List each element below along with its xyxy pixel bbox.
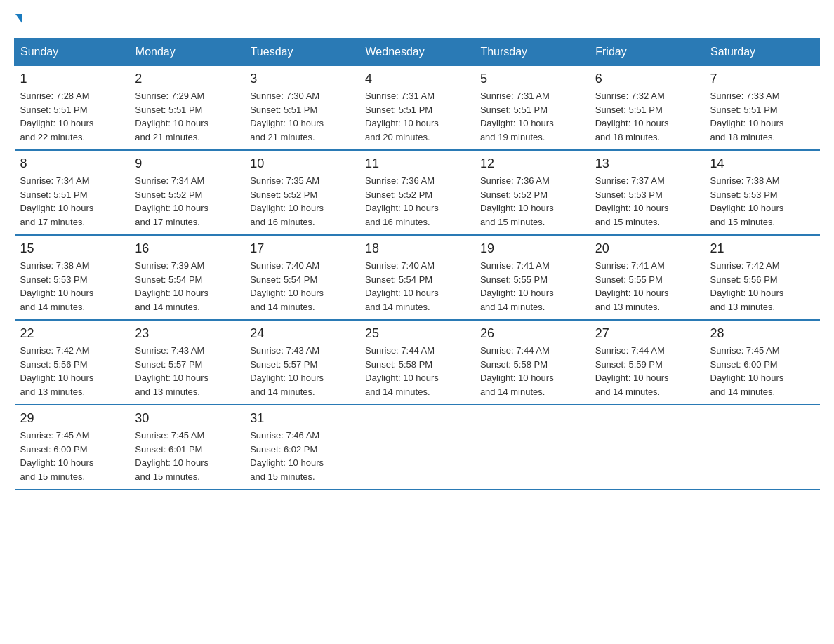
day-info: Sunrise: 7:43 AMSunset: 5:57 PMDaylight:…: [135, 345, 208, 397]
day-cell: 31 Sunrise: 7:46 AMSunset: 6:02 PMDaylig…: [244, 405, 359, 490]
day-info: Sunrise: 7:44 AMSunset: 5:59 PMDaylight:…: [595, 345, 669, 397]
day-number: 20: [595, 241, 699, 256]
day-info: Sunrise: 7:39 AMSunset: 5:54 PMDaylight:…: [135, 260, 208, 312]
day-info: Sunrise: 7:31 AMSunset: 5:51 PMDaylight:…: [365, 90, 439, 142]
column-header-wednesday: Wednesday: [359, 39, 475, 66]
day-number: 28: [710, 326, 814, 341]
day-info: Sunrise: 7:45 AMSunset: 6:00 PMDaylight:…: [20, 430, 94, 482]
day-info: Sunrise: 7:36 AMSunset: 5:52 PMDaylight:…: [365, 175, 439, 227]
day-number: 31: [250, 411, 354, 426]
day-number: 23: [135, 326, 239, 341]
day-cell: 6 Sunrise: 7:32 AMSunset: 5:51 PMDayligh…: [590, 66, 705, 151]
week-row-5: 29 Sunrise: 7:45 AMSunset: 6:00 PMDaylig…: [15, 405, 820, 490]
day-cell: 19 Sunrise: 7:41 AMSunset: 5:55 PMDaylig…: [475, 235, 590, 320]
week-row-1: 1 Sunrise: 7:28 AMSunset: 5:51 PMDayligh…: [15, 66, 820, 151]
day-cell: 4 Sunrise: 7:31 AMSunset: 5:51 PMDayligh…: [359, 66, 475, 151]
day-number: 7: [710, 72, 814, 86]
column-header-monday: Monday: [129, 39, 244, 66]
day-number: 19: [480, 241, 584, 256]
day-info: Sunrise: 7:41 AMSunset: 5:55 PMDaylight:…: [480, 260, 554, 312]
day-cell: 30 Sunrise: 7:45 AMSunset: 6:01 PMDaylig…: [129, 405, 244, 490]
day-number: 2: [135, 72, 239, 86]
day-number: 17: [250, 241, 354, 256]
day-cell: [705, 405, 820, 490]
day-cell: 2 Sunrise: 7:29 AMSunset: 5:51 PMDayligh…: [129, 66, 244, 151]
day-cell: 15 Sunrise: 7:38 AMSunset: 5:53 PMDaylig…: [15, 235, 130, 320]
day-number: 6: [595, 72, 699, 86]
day-number: 26: [480, 326, 584, 341]
day-cell: 12 Sunrise: 7:36 AMSunset: 5:52 PMDaylig…: [475, 150, 590, 235]
day-number: 13: [595, 156, 699, 171]
day-info: Sunrise: 7:30 AMSunset: 5:51 PMDaylight:…: [250, 90, 324, 142]
day-cell: [475, 405, 590, 490]
day-number: 14: [710, 156, 814, 171]
day-cell: 8 Sunrise: 7:34 AMSunset: 5:51 PMDayligh…: [15, 150, 130, 235]
day-cell: 16 Sunrise: 7:39 AMSunset: 5:54 PMDaylig…: [129, 235, 244, 320]
day-number: 10: [250, 156, 354, 171]
day-number: 5: [480, 72, 584, 86]
day-info: Sunrise: 7:38 AMSunset: 5:53 PMDaylight:…: [20, 260, 94, 312]
day-info: Sunrise: 7:40 AMSunset: 5:54 PMDaylight:…: [365, 260, 439, 312]
day-info: Sunrise: 7:28 AMSunset: 5:51 PMDaylight:…: [20, 90, 94, 142]
day-cell: 14 Sunrise: 7:38 AMSunset: 5:53 PMDaylig…: [705, 150, 820, 235]
day-cell: [359, 405, 475, 490]
day-info: Sunrise: 7:42 AMSunset: 5:56 PMDaylight:…: [710, 260, 784, 312]
day-number: 11: [365, 156, 469, 171]
day-number: 18: [365, 241, 469, 256]
day-info: Sunrise: 7:42 AMSunset: 5:56 PMDaylight:…: [20, 345, 94, 397]
day-info: Sunrise: 7:36 AMSunset: 5:52 PMDaylight:…: [480, 175, 554, 227]
day-number: 22: [20, 326, 124, 341]
day-info: Sunrise: 7:34 AMSunset: 5:51 PMDaylight:…: [20, 175, 94, 227]
day-cell: 13 Sunrise: 7:37 AMSunset: 5:53 PMDaylig…: [590, 150, 705, 235]
day-cell: 10 Sunrise: 7:35 AMSunset: 5:52 PMDaylig…: [244, 150, 359, 235]
day-number: 21: [710, 241, 814, 256]
day-info: Sunrise: 7:40 AMSunset: 5:54 PMDaylight:…: [250, 260, 324, 312]
week-row-4: 22 Sunrise: 7:42 AMSunset: 5:56 PMDaylig…: [15, 320, 820, 405]
day-cell: 17 Sunrise: 7:40 AMSunset: 5:54 PMDaylig…: [244, 235, 359, 320]
day-number: 15: [20, 241, 124, 256]
day-info: Sunrise: 7:34 AMSunset: 5:52 PMDaylight:…: [135, 175, 208, 227]
day-cell: 9 Sunrise: 7:34 AMSunset: 5:52 PMDayligh…: [129, 150, 244, 235]
day-cell: 26 Sunrise: 7:44 AMSunset: 5:58 PMDaylig…: [475, 320, 590, 405]
day-number: 27: [595, 326, 699, 341]
day-number: 12: [480, 156, 584, 171]
day-info: Sunrise: 7:38 AMSunset: 5:53 PMDaylight:…: [710, 175, 784, 227]
page-header: [14, 14, 820, 24]
logo: [14, 14, 22, 24]
day-number: 3: [250, 72, 354, 86]
week-row-2: 8 Sunrise: 7:34 AMSunset: 5:51 PMDayligh…: [15, 150, 820, 235]
day-info: Sunrise: 7:45 AMSunset: 6:00 PMDaylight:…: [710, 345, 784, 397]
day-cell: 23 Sunrise: 7:43 AMSunset: 5:57 PMDaylig…: [129, 320, 244, 405]
day-number: 16: [135, 241, 239, 256]
day-info: Sunrise: 7:44 AMSunset: 5:58 PMDaylight:…: [365, 345, 439, 397]
day-info: Sunrise: 7:35 AMSunset: 5:52 PMDaylight:…: [250, 175, 324, 227]
column-header-saturday: Saturday: [705, 39, 820, 66]
day-cell: 20 Sunrise: 7:41 AMSunset: 5:55 PMDaylig…: [590, 235, 705, 320]
column-header-sunday: Sunday: [15, 39, 130, 66]
day-cell: 28 Sunrise: 7:45 AMSunset: 6:00 PMDaylig…: [705, 320, 820, 405]
day-cell: 1 Sunrise: 7:28 AMSunset: 5:51 PMDayligh…: [15, 66, 130, 151]
day-cell: 3 Sunrise: 7:30 AMSunset: 5:51 PMDayligh…: [244, 66, 359, 151]
day-cell: 29 Sunrise: 7:45 AMSunset: 6:00 PMDaylig…: [15, 405, 130, 490]
day-info: Sunrise: 7:45 AMSunset: 6:01 PMDaylight:…: [135, 430, 208, 482]
day-info: Sunrise: 7:32 AMSunset: 5:51 PMDaylight:…: [595, 90, 669, 142]
day-number: 9: [135, 156, 239, 171]
column-header-friday: Friday: [590, 39, 705, 66]
day-cell: 25 Sunrise: 7:44 AMSunset: 5:58 PMDaylig…: [359, 320, 475, 405]
day-cell: 24 Sunrise: 7:43 AMSunset: 5:57 PMDaylig…: [244, 320, 359, 405]
day-number: 29: [20, 411, 124, 426]
day-info: Sunrise: 7:29 AMSunset: 5:51 PMDaylight:…: [135, 90, 208, 142]
day-info: Sunrise: 7:41 AMSunset: 5:55 PMDaylight:…: [595, 260, 669, 312]
day-cell: [590, 405, 705, 490]
day-number: 25: [365, 326, 469, 341]
header-row: SundayMondayTuesdayWednesdayThursdayFrid…: [15, 39, 820, 66]
day-cell: 21 Sunrise: 7:42 AMSunset: 5:56 PMDaylig…: [705, 235, 820, 320]
calendar-table: SundayMondayTuesdayWednesdayThursdayFrid…: [14, 38, 820, 490]
day-info: Sunrise: 7:31 AMSunset: 5:51 PMDaylight:…: [480, 90, 554, 142]
day-number: 8: [20, 156, 124, 171]
day-cell: 18 Sunrise: 7:40 AMSunset: 5:54 PMDaylig…: [359, 235, 475, 320]
day-cell: 22 Sunrise: 7:42 AMSunset: 5:56 PMDaylig…: [15, 320, 130, 405]
day-number: 4: [365, 72, 469, 86]
day-number: 1: [20, 72, 124, 86]
column-header-thursday: Thursday: [475, 39, 590, 66]
